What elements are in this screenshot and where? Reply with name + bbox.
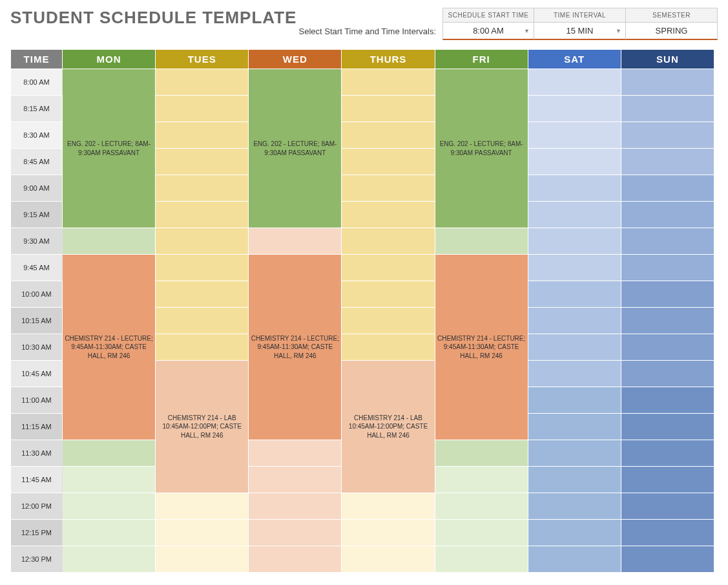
cell[interactable] [528, 440, 621, 467]
cell[interactable] [528, 334, 621, 361]
cell[interactable] [156, 520, 249, 546]
cell[interactable] [63, 546, 156, 573]
cell[interactable] [156, 96, 249, 122]
cell[interactable] [528, 281, 621, 308]
cell[interactable] [621, 122, 714, 149]
cell[interactable] [342, 255, 435, 281]
event-chem-lecture-wed[interactable]: CHEMISTRY 214 - LECTURE; 9:45AM-11:30AM;… [249, 255, 342, 440]
cell[interactable] [249, 467, 342, 493]
cell[interactable] [63, 228, 156, 255]
cell[interactable] [528, 122, 621, 149]
cell[interactable] [342, 69, 435, 96]
event-chem-lab-thurs[interactable]: CHEMISTRY 214 - LAB 10:45AM-12:00PM; CAS… [342, 361, 435, 493]
cell[interactable] [156, 202, 249, 228]
cell[interactable] [156, 228, 249, 255]
cell[interactable] [156, 69, 249, 96]
cell[interactable] [63, 520, 156, 546]
cell[interactable] [621, 149, 714, 175]
cell[interactable] [342, 122, 435, 149]
semester-input[interactable]: SPRING [626, 22, 718, 40]
cell[interactable] [528, 308, 621, 334]
event-eng202-mon[interactable]: ENG. 202 - LECTURE; 8AM-9:30AM PASSAVANT [63, 69, 156, 228]
cell[interactable] [621, 493, 714, 520]
cell[interactable] [156, 149, 249, 175]
cell[interactable] [528, 493, 621, 520]
cell[interactable] [621, 308, 714, 334]
cell[interactable] [435, 520, 528, 546]
cell[interactable] [63, 467, 156, 493]
cell[interactable] [528, 255, 621, 281]
time-label: 10:30 AM [11, 334, 63, 361]
time-label: 8:30 AM [11, 122, 63, 149]
cell[interactable] [435, 493, 528, 520]
event-chem-lab-tues[interactable]: CHEMISTRY 214 - LAB 10:45AM-12:00PM; CAS… [156, 361, 249, 493]
cell[interactable] [435, 440, 528, 467]
event-chem-lecture-mon[interactable]: CHEMISTRY 214 - LECTURE; 9:45AM-11:30AM;… [63, 255, 156, 440]
cell[interactable] [528, 387, 621, 414]
cell[interactable] [435, 467, 528, 493]
cell[interactable] [528, 96, 621, 122]
event-eng202-fri[interactable]: ENG. 202 - LECTURE; 8AM-9:30AM PASSAVANT [435, 69, 528, 228]
cell[interactable] [156, 334, 249, 361]
cell[interactable] [156, 281, 249, 308]
cell[interactable] [156, 308, 249, 334]
cell[interactable] [156, 255, 249, 281]
cell[interactable] [342, 493, 435, 520]
event-chem-lecture-fri[interactable]: CHEMISTRY 214 - LECTURE; 9:45AM-11:30AM;… [435, 255, 528, 440]
interval-select[interactable]: 15 MIN ▼ [534, 22, 626, 40]
cell[interactable] [621, 520, 714, 546]
cell[interactable] [528, 175, 621, 202]
cell[interactable] [342, 308, 435, 334]
cell[interactable] [342, 334, 435, 361]
cell[interactable] [621, 546, 714, 573]
cell[interactable] [435, 546, 528, 573]
cell[interactable] [621, 387, 714, 414]
cell[interactable] [528, 520, 621, 546]
cell[interactable] [621, 281, 714, 308]
cell[interactable] [156, 546, 249, 573]
cell[interactable] [621, 69, 714, 96]
cell[interactable] [528, 361, 621, 387]
cell[interactable] [528, 69, 621, 96]
cell[interactable] [63, 440, 156, 467]
cell[interactable] [342, 546, 435, 573]
cell[interactable] [528, 149, 621, 175]
cell[interactable] [621, 255, 714, 281]
start-time-select[interactable]: 8:00 AM ▼ [442, 22, 534, 40]
cell[interactable] [249, 493, 342, 520]
cell[interactable] [156, 493, 249, 520]
cell[interactable] [528, 228, 621, 255]
cell[interactable] [528, 414, 621, 440]
cell[interactable] [342, 228, 435, 255]
cell[interactable] [621, 228, 714, 255]
cell[interactable] [342, 202, 435, 228]
cell[interactable] [621, 414, 714, 440]
cell[interactable] [621, 175, 714, 202]
cell[interactable] [528, 546, 621, 573]
time-label: 9:15 AM [11, 202, 63, 228]
cell[interactable] [621, 467, 714, 493]
cell[interactable] [621, 96, 714, 122]
cell[interactable] [63, 493, 156, 520]
cell[interactable] [249, 228, 342, 255]
cell[interactable] [342, 96, 435, 122]
event-eng202-wed[interactable]: ENG. 202 - LECTURE; 8AM-9:30AM PASSAVANT [249, 69, 342, 228]
cell[interactable] [621, 334, 714, 361]
cell[interactable] [249, 546, 342, 573]
cell[interactable] [342, 149, 435, 175]
cell[interactable] [528, 467, 621, 493]
cell[interactable] [342, 520, 435, 546]
cell[interactable] [621, 361, 714, 387]
cell[interactable] [156, 175, 249, 202]
cell[interactable] [156, 122, 249, 149]
cell[interactable] [342, 281, 435, 308]
cell[interactable] [435, 228, 528, 255]
time-label: 9:30 AM [11, 228, 63, 255]
cell[interactable] [342, 175, 435, 202]
cell[interactable] [249, 520, 342, 546]
cell[interactable] [528, 202, 621, 228]
cell[interactable] [621, 440, 714, 467]
cell[interactable] [249, 440, 342, 467]
cell[interactable] [621, 202, 714, 228]
time-label: 11:15 AM [11, 414, 63, 440]
